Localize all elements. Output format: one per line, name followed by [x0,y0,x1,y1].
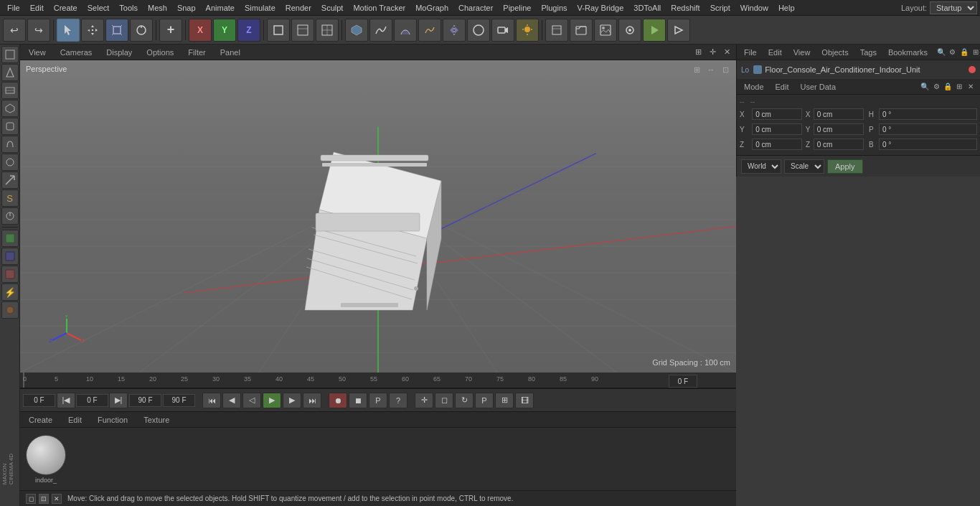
spline-button[interactable] [369,19,392,42]
frame-start-input[interactable] [23,394,55,407]
om-tab-view[interactable]: View [791,47,814,58]
lt-btn-15[interactable] [1,301,19,319]
menu-3dtoall[interactable]: 3DToAll [629,2,665,14]
lt-btn-13[interactable] [1,266,19,283]
add-button[interactable]: + [159,19,182,42]
picture-viewer-button[interactable] [594,19,617,42]
scale-tc-btn[interactable]: ↻ [455,393,473,408]
om-tab-tags[interactable]: Tags [857,47,880,58]
menu-character[interactable]: Character [454,2,497,14]
vp-tab-view[interactable]: View [23,47,52,58]
render-button[interactable] [643,19,666,42]
play-reverse-btn[interactable]: ◁ [242,393,261,408]
mat-tab-edit[interactable]: Edit [62,414,88,426]
lt-btn-1[interactable] [1,46,19,63]
key-all-btn[interactable]: P [369,393,387,408]
mat-tab-function[interactable]: Function [92,414,133,426]
lt-btn-8[interactable] [1,172,19,189]
symmetry-button[interactable] [443,19,466,42]
render-view-button[interactable] [291,19,314,42]
obj-mode-button[interactable] [267,19,290,42]
vp-tab-display[interactable]: Display [100,47,138,58]
lt-btn-14[interactable]: ⚡ [1,284,19,301]
record-btn[interactable]: ⏺ [329,393,347,408]
menu-snap[interactable]: Snap [173,2,200,14]
menu-tools[interactable]: Tools [115,2,142,14]
vp-move-icon[interactable]: ✛ [706,46,719,59]
lt-btn-6[interactable] [1,136,19,153]
attr-z-input[interactable] [752,139,802,150]
attr-tab-mode[interactable]: Mode [741,81,767,93]
camera-button[interactable] [491,19,514,42]
om-lock-icon[interactable]: 🔒 [959,47,969,57]
next-frame-btn[interactable]: ▶ [283,393,301,408]
attr-expand-icon[interactable]: ⊞ [954,82,964,92]
status-icon-2[interactable]: ⊡ [39,494,49,504]
goto-start-btn[interactable]: ⏮ [202,393,221,408]
menu-render[interactable]: Render [281,2,316,14]
undo-button[interactable]: ↩ [3,19,26,42]
menu-edit[interactable]: Edit [26,2,48,14]
frame-current-input[interactable] [76,394,108,407]
material-view-button[interactable] [316,19,339,42]
attr-close-icon[interactable]: ✕ [966,82,976,92]
attr-y2-input[interactable] [814,123,864,135]
prev-frame-btn[interactable]: ◀ [222,393,241,408]
om-tab-edit[interactable]: Edit [765,47,785,58]
vp-icon-grid[interactable]: ⊞ [690,63,703,76]
vp-tab-panel[interactable]: Panel [215,47,246,58]
rotate-tool-button[interactable] [130,19,153,42]
render-settings-button[interactable] [618,19,641,42]
vp-icon-maximize[interactable]: ⊡ [719,63,732,76]
deformer-button[interactable] [418,19,441,42]
apply-button[interactable]: Apply [827,159,863,174]
help-btn[interactable]: ? [389,393,407,408]
menu-vray[interactable]: V-Ray Bridge [573,2,628,14]
lt-btn-7[interactable] [1,154,19,171]
lt-btn-11[interactable] [1,230,19,247]
next-keyframe-btn[interactable]: ▶| [109,393,128,408]
world-select[interactable]: World [741,159,781,174]
cube-button[interactable] [345,19,368,42]
menu-mograph[interactable]: MoGraph [411,2,453,14]
z-axis-button[interactable]: Z [237,19,260,42]
om-expand-icon[interactable]: ⊞ [971,47,980,57]
menu-help[interactable]: Help [774,2,799,14]
auto-key-btn[interactable]: ⏹ [349,393,367,408]
lt-btn-2[interactable] [1,64,19,81]
y-axis-button[interactable]: Y [213,19,236,42]
select-tc-btn[interactable]: ◻ [435,393,453,408]
vp-tab-filter[interactable]: Filter [182,47,211,58]
menu-redshift[interactable]: Redshift [666,2,704,14]
attr-x-input[interactable] [752,108,802,120]
om-tab-objects[interactable]: Objects [819,47,851,58]
vp-icon-arrow[interactable]: ↔ [705,63,717,76]
new-button[interactable] [545,19,568,42]
vp-tab-cameras[interactable]: Cameras [55,47,98,58]
nurbs-button[interactable] [394,19,417,42]
move-tool-button[interactable] [81,19,104,42]
redo-button[interactable]: ↪ [27,19,50,42]
mat-tab-create[interactable]: Create [23,414,58,426]
lt-btn-9[interactable]: S [1,189,19,207]
snap-tc-btn[interactable]: P [475,393,494,408]
mat-tab-texture[interactable]: Texture [138,414,175,426]
attr-y-input[interactable] [752,123,802,135]
frame-end2-input[interactable] [163,394,195,407]
play-btn[interactable]: ▶ [263,393,281,408]
menu-window[interactable]: Window [736,2,773,14]
scale-select[interactable]: Scale [784,159,824,174]
menu-animate[interactable]: Animate [202,2,239,14]
object-item[interactable]: Lo Floor_Console_Air_Conditioner_Indoor_… [738,62,979,78]
lt-btn-3[interactable] [1,82,19,99]
menu-pipeline[interactable]: Pipeline [499,2,535,14]
om-search-icon[interactable]: 🔍 [936,47,946,57]
scene-button[interactable] [467,19,490,42]
menu-simulate[interactable]: Simulate [240,2,280,14]
om-settings-icon[interactable]: ⚙ [948,47,958,57]
status-icon-3[interactable]: ✕ [52,494,62,504]
prev-keyframe-btn[interactable]: |◀ [57,393,75,408]
vp-close-icon[interactable]: ✕ [720,46,733,59]
menu-plugins[interactable]: Plugins [537,2,571,14]
frame-end-input[interactable] [129,394,161,407]
